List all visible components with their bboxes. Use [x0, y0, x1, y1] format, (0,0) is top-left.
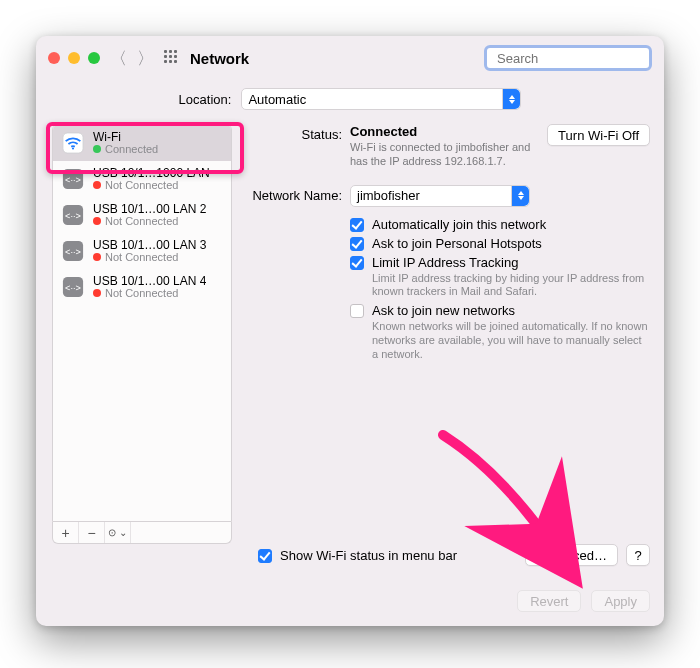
wifi-toggle-button[interactable]: Turn Wi-Fi Off: [547, 124, 650, 146]
checkbox-label: Automatically join this network: [372, 217, 546, 232]
body: Wi-Fi Connected<··> USB 10/1…1000 LAN No…: [36, 124, 664, 544]
option-2: Limit IP Address Tracking Limit IP addre…: [350, 253, 650, 302]
location-value: Automatic: [248, 92, 306, 107]
checkbox-sub: Known networks will be joined automatica…: [372, 320, 650, 361]
interface-name: USB 10/1…1000 LAN: [93, 167, 210, 180]
interface-status: Connected: [93, 144, 158, 156]
interface-name: USB 10/1…00 LAN 3: [93, 239, 206, 252]
main-panel: Status: Connected Wi-Fi is connected to …: [246, 124, 650, 544]
svg-point-3: [72, 147, 74, 149]
interface-status: Not Connected: [93, 180, 210, 192]
forward-button[interactable]: 〉: [137, 47, 154, 70]
status-value: Connected: [350, 124, 539, 139]
grid-icon[interactable]: [164, 50, 180, 66]
footer-row: Show Wi-Fi status in menu bar Advanced… …: [36, 544, 664, 576]
status-label: Status:: [246, 124, 342, 169]
chevron-updown-icon: [511, 186, 529, 206]
svg-text:<··>: <··>: [65, 247, 81, 257]
location-row: Location: Automatic: [36, 80, 664, 124]
interface-status: Not Connected: [93, 216, 206, 228]
option-3: Ask to join new networks Known networks …: [350, 301, 650, 363]
sidebar-footer-spacer: [131, 522, 231, 543]
bottom-bar: Revert Apply: [36, 576, 664, 612]
option-1: Ask to join Personal Hotspots: [350, 234, 650, 253]
sidebar-item-3[interactable]: <··> USB 10/1…00 LAN 3 Not Connected: [53, 233, 231, 269]
interfaces-list: Wi-Fi Connected<··> USB 10/1…1000 LAN No…: [52, 124, 232, 522]
eth-icon: <··>: [61, 203, 85, 227]
sidebar-item-4[interactable]: <··> USB 10/1…00 LAN 4 Not Connected: [53, 269, 231, 305]
checkbox-label: Limit IP Address Tracking: [372, 255, 650, 270]
advanced-button[interactable]: Advanced…: [525, 544, 618, 566]
network-name-label: Network Name:: [246, 185, 342, 364]
wifi-icon: [61, 131, 85, 155]
status-sub: Wi-Fi is connected to jimbofisher and ha…: [350, 141, 539, 169]
eth-icon: <··>: [61, 239, 85, 263]
location-select[interactable]: Automatic: [241, 88, 521, 110]
sidebar-item-2[interactable]: <··> USB 10/1…00 LAN 2 Not Connected: [53, 197, 231, 233]
network-name-select[interactable]: jimbofisher: [350, 185, 530, 207]
svg-text:<··>: <··>: [65, 283, 81, 293]
interface-name: USB 10/1…00 LAN 4: [93, 275, 206, 288]
interface-status: Not Connected: [93, 252, 206, 264]
traffic-lights: [48, 52, 100, 64]
checkbox-label: Ask to join Personal Hotspots: [372, 236, 542, 251]
apply-button[interactable]: Apply: [591, 590, 650, 612]
search-input[interactable]: [497, 51, 664, 66]
preferences-window: 〈 〉 Network Location: Automatic Wi-Fi Co…: [36, 36, 664, 626]
svg-text:<··>: <··>: [65, 211, 81, 221]
show-menubar-check[interactable]: [258, 549, 272, 563]
interface-name: USB 10/1…00 LAN 2: [93, 203, 206, 216]
interface-name: Wi-Fi: [93, 131, 158, 144]
add-interface-button[interactable]: +: [53, 522, 79, 543]
sidebar: Wi-Fi Connected<··> USB 10/1…1000 LAN No…: [52, 124, 232, 544]
option-0: Automatically join this network: [350, 215, 650, 234]
interface-menu-button[interactable]: ⊙ ⌄: [105, 522, 131, 543]
revert-button[interactable]: Revert: [517, 590, 581, 612]
eth-icon: <··>: [61, 167, 85, 191]
svg-text:<··>: <··>: [65, 175, 81, 185]
show-menubar-label: Show Wi-Fi status in menu bar: [280, 548, 457, 563]
checkbox[interactable]: [350, 256, 364, 270]
window-title: Network: [190, 50, 249, 67]
sidebar-footer: + − ⊙ ⌄: [52, 522, 232, 544]
checkbox[interactable]: [350, 218, 364, 232]
checkbox-sub: Limit IP address tracking by hiding your…: [372, 272, 650, 300]
toolbar: 〈 〉 Network: [36, 36, 664, 80]
checkbox-label: Ask to join new networks: [372, 303, 650, 318]
search-box[interactable]: [484, 45, 652, 71]
checkbox[interactable]: [350, 304, 364, 318]
back-button[interactable]: 〈: [110, 47, 127, 70]
interface-status: Not Connected: [93, 288, 206, 300]
zoom-button[interactable]: [88, 52, 100, 64]
checkbox[interactable]: [350, 237, 364, 251]
eth-icon: <··>: [61, 275, 85, 299]
remove-interface-button[interactable]: −: [79, 522, 105, 543]
sidebar-item-1[interactable]: <··> USB 10/1…1000 LAN Not Connected: [53, 161, 231, 197]
network-name-value: jimbofisher: [357, 188, 420, 203]
chevron-updown-icon: [502, 89, 520, 109]
minimize-button[interactable]: [68, 52, 80, 64]
close-button[interactable]: [48, 52, 60, 64]
sidebar-item-0[interactable]: Wi-Fi Connected: [53, 125, 231, 161]
location-label: Location:: [179, 92, 232, 107]
help-button[interactable]: ?: [626, 544, 650, 566]
